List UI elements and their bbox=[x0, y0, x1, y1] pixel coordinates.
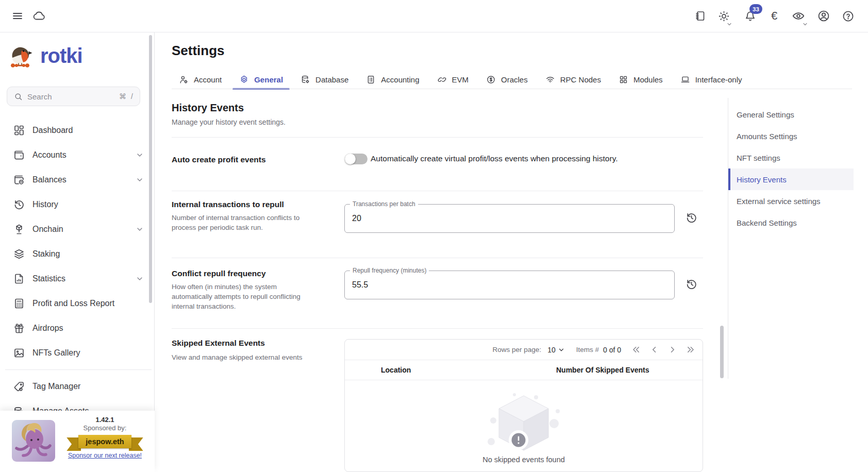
page-title: Settings bbox=[172, 43, 225, 59]
sidebar-item-statistics[interactable]: Statistics bbox=[0, 266, 154, 291]
content-scrollbar[interactable] bbox=[720, 326, 724, 378]
sponsor-ribbon: jespow.eth bbox=[78, 435, 131, 448]
field-label: Repull frequency (minutes) bbox=[350, 267, 429, 274]
app-root: 33 € bbox=[0, 0, 868, 472]
sidebar-item-airdrops[interactable]: Airdrops bbox=[0, 316, 154, 341]
image-icon bbox=[13, 347, 25, 359]
sidebar-scrollbar[interactable] bbox=[149, 35, 152, 303]
privacy-dropdown-chevron-icon[interactable] bbox=[802, 21, 808, 27]
previous-page-button[interactable] bbox=[649, 345, 659, 355]
wallet-coin-icon bbox=[13, 174, 25, 186]
tab-label: Modules bbox=[633, 75, 663, 84]
sidebar-item-onchain[interactable]: Onchain bbox=[0, 217, 154, 242]
sidebar-item-label: Tag Manager bbox=[32, 382, 144, 391]
tab-oracles[interactable]: Oracles bbox=[477, 70, 537, 89]
reset-history-icon bbox=[685, 278, 698, 291]
tab-accounting[interactable]: Accounting bbox=[357, 70, 428, 89]
help-button[interactable] bbox=[841, 9, 855, 23]
sidebar-item-pnl-report[interactable]: Profit and Loss Report bbox=[0, 291, 154, 316]
app-logo: rotki bbox=[8, 44, 82, 68]
sidebar-item-accounts[interactable]: Accounts bbox=[0, 143, 154, 167]
tab-interface-only[interactable]: Interface-only bbox=[672, 70, 751, 89]
tab-modules[interactable]: Modules bbox=[610, 70, 672, 89]
sidebar-item-label: NFTs Gallery bbox=[32, 348, 144, 358]
rows-per-page-select[interactable]: 10 bbox=[547, 346, 565, 354]
currency-button[interactable]: € bbox=[767, 9, 781, 23]
main-content: Settings Account General Database Accoun… bbox=[155, 32, 868, 472]
tab-general[interactable]: General bbox=[230, 70, 292, 89]
reset-history-icon bbox=[685, 211, 698, 224]
sidebar-item-tag-manager[interactable]: Tag Manager bbox=[0, 374, 154, 399]
reset-repull-frequency-button[interactable] bbox=[683, 276, 699, 292]
grid-icon bbox=[619, 75, 628, 85]
reset-transactions-per-batch-button[interactable] bbox=[683, 210, 699, 225]
last-page-button[interactable] bbox=[686, 345, 695, 355]
tab-evm[interactable]: EVM bbox=[428, 70, 478, 89]
chevron-down-icon bbox=[136, 225, 144, 233]
repull-frequency-label: Conflict repull frequency bbox=[172, 268, 321, 279]
calendar-notebook-button[interactable] bbox=[693, 9, 707, 23]
sidebar-item-dashboard[interactable]: Dashboard bbox=[0, 118, 154, 143]
tab-account[interactable]: Account bbox=[170, 70, 230, 89]
tab-rpc-nodes[interactable]: RPC Nodes bbox=[537, 70, 610, 89]
calculator-icon bbox=[13, 297, 25, 310]
tab-label: General bbox=[254, 75, 283, 84]
sidebar-item-balances[interactable]: Balances bbox=[0, 167, 154, 192]
section-title: History Events bbox=[172, 102, 244, 114]
shortcut-cmd-key: ⌘ bbox=[119, 92, 126, 100]
items-count-label: Items # bbox=[576, 346, 599, 353]
tab-label: Database bbox=[315, 75, 348, 84]
topbar: 33 € bbox=[0, 0, 868, 32]
tab-label: Account bbox=[194, 75, 222, 84]
tabs-divider bbox=[172, 89, 852, 89]
account-menu-button[interactable] bbox=[816, 9, 831, 23]
account-gear-icon bbox=[179, 75, 189, 85]
settings-nav-external-services[interactable]: External service settings bbox=[728, 190, 854, 212]
settings-nav-nft[interactable]: NFT settings bbox=[728, 147, 854, 168]
transactions-per-batch-input[interactable] bbox=[345, 205, 674, 232]
first-page-button[interactable] bbox=[631, 345, 641, 355]
settings-nav-backend[interactable]: Backend Settings bbox=[728, 212, 854, 233]
sidebar-nav: Dashboard Accounts Balances History Onch… bbox=[0, 118, 154, 424]
search-input[interactable] bbox=[27, 92, 114, 101]
dollar-circle-icon bbox=[486, 75, 496, 85]
settings-nav-general[interactable]: General Settings bbox=[728, 104, 854, 125]
tab-label: Accounting bbox=[381, 75, 419, 84]
sidebar-item-label: Accounts bbox=[32, 150, 128, 160]
next-page-button[interactable] bbox=[667, 345, 677, 355]
rows-per-page-label: Rows per page: bbox=[493, 346, 542, 353]
column-header-location: Location bbox=[345, 366, 556, 374]
cloud-sync-button[interactable] bbox=[32, 9, 46, 23]
shortcut-slash-key: / bbox=[131, 92, 133, 100]
items-count-value: 0 of 0 bbox=[603, 346, 621, 354]
settings-tabs: Account General Database Accounting EVM … bbox=[170, 70, 751, 89]
sun-icon bbox=[717, 10, 730, 23]
sponsor-name: jespow.eth bbox=[78, 435, 131, 448]
divider bbox=[172, 191, 703, 191]
cube-node-icon bbox=[13, 223, 25, 235]
sidebar-item-label: History bbox=[32, 200, 144, 209]
hamburger-menu-button[interactable] bbox=[10, 9, 25, 23]
internal-tx-description: Number of internal transaction conflicts… bbox=[172, 213, 315, 232]
settings-nav-amounts[interactable]: Amounts Settings bbox=[728, 125, 854, 147]
tab-database[interactable]: Database bbox=[292, 70, 357, 89]
sidebar-item-nfts-gallery[interactable]: NFTs Gallery bbox=[0, 341, 154, 365]
dashboard-icon bbox=[13, 124, 25, 137]
laptop-icon bbox=[680, 75, 690, 85]
search-box[interactable]: ⌘ / bbox=[7, 87, 140, 106]
sidebar-item-staking[interactable]: Staking bbox=[0, 242, 154, 266]
chevron-down-icon bbox=[558, 346, 565, 353]
sidebar-item-label: Staking bbox=[32, 249, 144, 259]
auto-create-description: Automatically create virtual profit/loss… bbox=[371, 154, 618, 163]
settings-nav-history-events[interactable]: History Events bbox=[728, 168, 854, 190]
sidebar-item-history[interactable]: History bbox=[0, 192, 154, 217]
sponsor-link[interactable]: Sponsor our next release! bbox=[55, 452, 155, 459]
table-header-row: Location Number Of Skipped Events bbox=[345, 360, 703, 380]
document-icon bbox=[366, 75, 376, 85]
notification-count-badge: 33 bbox=[749, 4, 762, 14]
skipped-events-table: Rows per page: 10 Items # 0 of 0 Locatio… bbox=[344, 339, 703, 472]
theme-dropdown-chevron-icon[interactable] bbox=[726, 21, 732, 27]
repull-frequency-input[interactable] bbox=[345, 271, 674, 299]
column-header-skipped-count: Number Of Skipped Events bbox=[556, 366, 649, 374]
auto-create-toggle[interactable] bbox=[345, 154, 368, 164]
